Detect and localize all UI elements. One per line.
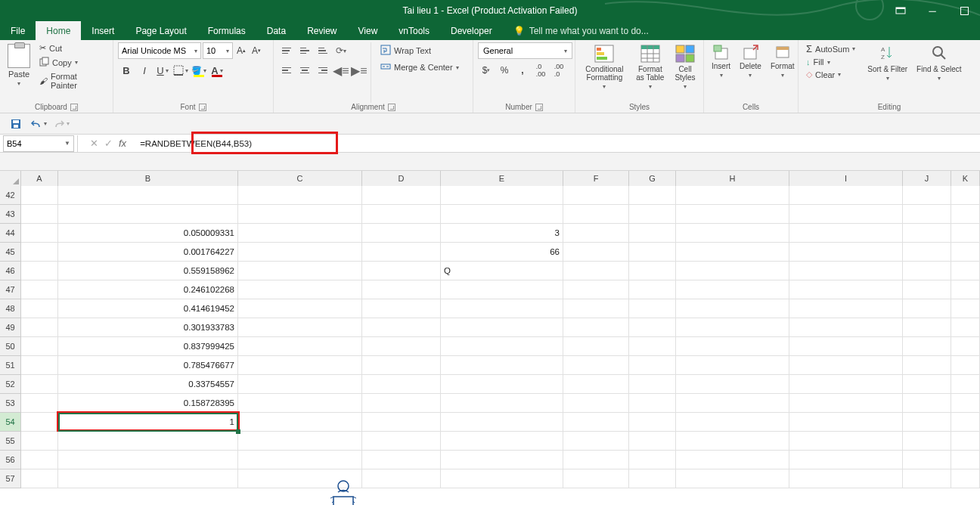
fill-handle[interactable] [236, 429, 240, 434]
cell[interactable] [629, 205, 676, 224]
menu-file[interactable]: File [0, 21, 36, 40]
cell[interactable] [21, 469, 58, 488]
cell[interactable] [676, 337, 789, 356]
fill-button[interactable]: ↓Fill ▾ [803, 57, 858, 67]
row-header[interactable]: 53 [0, 394, 21, 413]
italic-button[interactable]: I [136, 62, 153, 79]
cell[interactable]: 0.158728395 [58, 394, 238, 413]
cell[interactable] [676, 413, 789, 432]
cell[interactable] [441, 451, 563, 469]
cell[interactable] [789, 451, 903, 469]
cell[interactable] [21, 375, 58, 394]
menu-data[interactable]: Data [256, 21, 296, 40]
column-header[interactable]: A [21, 171, 58, 186]
cell[interactable] [362, 224, 441, 243]
cell[interactable] [951, 280, 980, 299]
cell[interactable] [58, 432, 238, 451]
cell[interactable] [629, 299, 676, 318]
undo-button[interactable]: ▾ [30, 116, 47, 132]
cell[interactable] [951, 186, 980, 205]
cell[interactable] [238, 451, 362, 469]
menu-review[interactable]: Review [296, 21, 347, 40]
paste-button[interactable]: Paste ▾ [5, 42, 33, 103]
row-header[interactable]: 47 [0, 280, 21, 299]
cell[interactable] [563, 451, 629, 469]
cell[interactable] [951, 205, 980, 224]
cell[interactable] [629, 451, 676, 469]
cell[interactable]: 1 [58, 413, 238, 432]
cell[interactable] [21, 318, 58, 337]
cell[interactable] [789, 356, 903, 375]
cell[interactable] [629, 318, 676, 337]
redo-button[interactable]: ▾ [53, 116, 70, 132]
cell[interactable] [951, 337, 980, 356]
cell[interactable] [21, 262, 58, 280]
cell[interactable] [629, 469, 676, 488]
chevron-down-icon[interactable]: ▼ [64, 140, 70, 147]
cell[interactable]: 0.414619452 [58, 299, 238, 318]
cell[interactable] [21, 413, 58, 432]
align-top-button[interactable] [278, 42, 295, 59]
cell[interactable] [362, 318, 441, 337]
cell[interactable] [789, 205, 903, 224]
cell[interactable] [903, 318, 951, 337]
cell[interactable] [676, 356, 789, 375]
cell[interactable]: 0.785476677 [58, 356, 238, 375]
column-header[interactable]: G [629, 171, 676, 186]
cell[interactable] [238, 186, 362, 205]
cell[interactable] [676, 243, 789, 262]
autosum-button[interactable]: ΣAutoSum ▾ [803, 42, 858, 55]
cell[interactable]: 0.33754557 [58, 375, 238, 394]
cell[interactable]: 0.301933783 [58, 318, 238, 337]
cell[interactable]: 0.246102268 [58, 280, 238, 299]
cell[interactable] [362, 451, 441, 469]
cell[interactable] [238, 375, 362, 394]
cell[interactable] [676, 262, 789, 280]
row-header[interactable]: 50 [0, 337, 21, 356]
orientation-button[interactable]: ⟳▾ [333, 42, 349, 59]
formula-input[interactable]: =RANDBETWEEN(B44,B53) [135, 139, 980, 148]
cell[interactable] [21, 432, 58, 451]
cell[interactable] [951, 375, 980, 394]
cell[interactable] [441, 318, 563, 337]
column-header[interactable]: J [903, 171, 951, 186]
cell[interactable] [238, 337, 362, 356]
merge-center-button[interactable]: Merge & Center ▾ [376, 59, 464, 76]
cut-button[interactable]: ✂Cut [36, 42, 108, 54]
cell[interactable] [951, 243, 980, 262]
cell[interactable] [362, 299, 441, 318]
cell[interactable] [362, 186, 441, 205]
cell[interactable] [362, 205, 441, 224]
cell[interactable] [238, 262, 362, 280]
cell[interactable] [676, 394, 789, 413]
cell[interactable] [563, 280, 629, 299]
cell[interactable] [441, 413, 563, 432]
dialog-launcher-icon[interactable] [70, 104, 78, 111]
cell[interactable] [238, 356, 362, 375]
accounting-format-button[interactable]: $▾ [478, 62, 495, 79]
menu-insert[interactable]: Insert [81, 21, 125, 40]
cell[interactable] [238, 469, 362, 488]
cell[interactable] [563, 356, 629, 375]
cell[interactable] [362, 375, 441, 394]
cell[interactable] [238, 205, 362, 224]
cell[interactable] [903, 280, 951, 299]
shrink-font-button[interactable]: A▾ [250, 42, 263, 59]
cell[interactable] [629, 394, 676, 413]
cell[interactable] [362, 469, 441, 488]
insert-button[interactable]: Insert▾ [709, 42, 733, 80]
grow-font-button[interactable]: A▴ [234, 42, 248, 59]
menu-formulas[interactable]: Formulas [197, 21, 256, 40]
cell[interactable] [58, 469, 238, 488]
cell[interactable] [903, 224, 951, 243]
cell[interactable]: Q [441, 262, 563, 280]
cell[interactable] [903, 413, 951, 432]
cancel-formula-button[interactable]: ✕ [90, 138, 98, 149]
cell[interactable]: 0.050009331 [58, 224, 238, 243]
cell[interactable] [789, 262, 903, 280]
cell[interactable] [951, 432, 980, 451]
cell[interactable] [629, 356, 676, 375]
cell[interactable] [629, 337, 676, 356]
cell[interactable] [362, 432, 441, 451]
cell[interactable] [789, 318, 903, 337]
